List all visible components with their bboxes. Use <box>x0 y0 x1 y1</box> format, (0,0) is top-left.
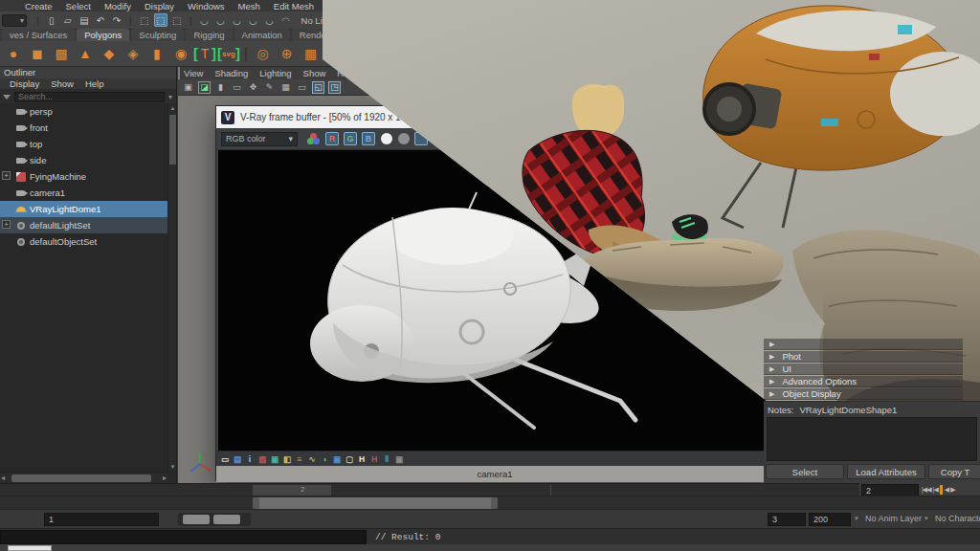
panel-menu-shading[interactable]: Shading <box>214 68 248 78</box>
resolution-gate-icon[interactable]: ◱ <box>312 81 324 94</box>
snap-curve-icon[interactable]: ◡ <box>214 13 228 27</box>
range-slider[interactable] <box>0 496 980 509</box>
shelf-tab-fx[interactable]: FX <box>351 29 378 41</box>
redo-icon[interactable]: ↷ <box>110 13 123 27</box>
outliner-menu-show[interactable]: Show <box>51 78 74 89</box>
attr-section-phot[interactable]: ▶Phot <box>764 351 963 363</box>
select-component-icon[interactable]: ⬚ <box>154 13 167 27</box>
toggle-button[interactable] <box>213 515 240 524</box>
shelf-tab-ves-surfaces[interactable]: ves / Surfaces <box>2 29 75 41</box>
undo-icon[interactable]: ↶ <box>94 13 107 27</box>
notes-text-area[interactable] <box>767 417 977 461</box>
menu-display[interactable]: Display <box>145 1 174 11</box>
outliner-item-front[interactable]: front <box>0 120 167 136</box>
poly-svg-icon[interactable]: svg <box>219 44 238 63</box>
compare-icon[interactable]: ‖ <box>382 453 391 464</box>
range-start-field[interactable]: 1 <box>44 513 159 526</box>
poly-text-icon[interactable]: T <box>195 44 214 63</box>
grid-icon[interactable]: ▦ <box>279 81 292 94</box>
caret-down-icon[interactable]: ▾ <box>924 515 928 522</box>
shelf-tab-rendering[interactable]: Rendering <box>292 29 349 41</box>
menu-mesh-display[interactable]: Mesh Display <box>387 1 441 11</box>
poly-cylinder-icon[interactable]: ▮ <box>147 44 167 63</box>
channel-b-button[interactable]: B <box>362 132 375 145</box>
file-save-icon[interactable]: ▤ <box>78 13 91 27</box>
two-d-pan-icon[interactable]: ✥ <box>247 81 259 94</box>
icc-icon[interactable]: ▢ <box>345 453 354 464</box>
scrollbar-thumb[interactable] <box>169 115 176 165</box>
character-set-dropdown[interactable]: No Character Se <box>935 514 980 523</box>
panel-menu-view[interactable]: View <box>184 68 203 78</box>
menu-windows[interactable]: Windows <box>188 1 225 11</box>
file-open-icon[interactable]: ▱ <box>61 13 75 27</box>
outliner-item-persp[interactable]: persp <box>0 103 167 120</box>
menu-create[interactable]: Create <box>25 1 53 11</box>
menu-edit-mesh[interactable]: Edit Mesh <box>274 1 314 11</box>
srgb-icon[interactable]: ▣ <box>332 453 342 464</box>
toggle-button[interactable] <box>183 515 210 524</box>
gate-mask-icon[interactable]: ◳ <box>328 81 341 94</box>
scroll-up-icon[interactable]: ▴ <box>168 103 177 113</box>
outliner-item-defaultobjectset[interactable]: defaultObjectSet <box>0 233 167 250</box>
attr-section-ui[interactable]: ▶UI <box>764 364 963 375</box>
poly-torus-icon[interactable]: ◉ <box>171 44 190 63</box>
copy-t-button[interactable]: Copy T <box>928 464 980 479</box>
menu-modify[interactable]: Modify <box>104 1 131 11</box>
attr-section-item[interactable]: ▶ <box>764 339 963 350</box>
poly-cube-textured-icon[interactable]: ▩ <box>52 44 71 63</box>
camera-select-icon[interactable]: ▣ <box>182 81 194 94</box>
alpha-channel-button[interactable] <box>381 133 392 144</box>
poly-prism-icon[interactable]: ◈ <box>123 44 143 63</box>
mono-channel-button[interactable] <box>398 133 410 144</box>
expand-toggle-icon[interactable]: + <box>2 171 11 180</box>
shelf-tab-polygons[interactable]: Polygons <box>77 29 129 41</box>
image-plane-icon[interactable]: ▭ <box>231 81 243 94</box>
outliner-horizontal-scrollbar[interactable]: ◂ ▸ <box>0 472 167 483</box>
exposure-icon[interactable]: ◑ <box>320 453 329 464</box>
anim-layer-dropdown[interactable]: No Anim Layer <box>865 514 922 523</box>
menu-select[interactable]: Select <box>66 1 91 11</box>
selection-mask-dropdown[interactable]: ▾ <box>2 14 27 27</box>
outliner-item-defaultlightset[interactable]: +defaultLightSet <box>0 217 167 233</box>
color-corrections-icon[interactable]: ▣ <box>270 453 279 464</box>
white-balance-icon[interactable]: ◧ <box>282 453 292 464</box>
scroll-left-icon[interactable]: ◂ <box>1 474 5 482</box>
channel-g-button[interactable]: G <box>344 132 357 145</box>
snap-projected-center-icon[interactable]: ◡ <box>247 13 260 27</box>
history-b-icon[interactable]: H <box>369 453 379 464</box>
shelf-tab-rigging[interactable]: Rigging <box>186 29 232 41</box>
outliner-item-side[interactable]: side <box>0 152 167 168</box>
poly-sphere-icon[interactable]: ● <box>4 44 23 63</box>
channel-r-button[interactable]: R <box>325 132 339 145</box>
snap-view-plane-icon[interactable]: ◡ <box>263 13 277 27</box>
save-all-channels-button[interactable] <box>414 132 428 145</box>
panel-menu-lighting[interactable]: Lighting <box>259 68 291 78</box>
stereo-icon[interactable]: ▣ <box>394 453 404 464</box>
quad-draw-icon[interactable]: ▦ <box>301 44 321 63</box>
snap-point-icon[interactable]: ◡ <box>231 13 244 27</box>
scrollbar-thumb[interactable] <box>11 474 151 482</box>
attr-section-advanced-options[interactable]: ▶Advanced Options <box>764 376 963 387</box>
menu-curves[interactable]: Curves <box>455 1 483 11</box>
levels-icon[interactable]: ≡ <box>295 453 304 464</box>
camera-attrs-icon[interactable]: ◪ <box>198 81 211 94</box>
outliner-search-input[interactable] <box>14 92 165 102</box>
scroll-down-icon[interactable]: ▾ <box>168 462 177 472</box>
outliner-item-fyingmachine[interactable]: +FyingMachine <box>0 168 167 185</box>
channel-colors-icon[interactable] <box>307 133 321 145</box>
greasepencil-icon[interactable]: ✎ <box>263 81 276 94</box>
range-slider-bar[interactable] <box>253 497 498 509</box>
shelf-tab-sculpting[interactable]: Sculpting <box>131 29 184 41</box>
poly-cube-icon[interactable]: ◼ <box>28 44 47 63</box>
step-back-frame-button[interactable]: |◀ <box>933 486 938 494</box>
make-live-icon[interactable]: ◠ <box>279 13 293 27</box>
play-backwards-button[interactable]: ◀ <box>945 486 948 494</box>
select-button[interactable]: Select <box>766 464 844 479</box>
vfb-title-bar[interactable]: V V-Ray frame buffer - [50% of 1920 x 10… <box>216 106 773 128</box>
outliner-item-camera1[interactable]: camera1 <box>0 185 167 201</box>
curves-icon[interactable]: ∿ <box>307 453 317 464</box>
time-slider[interactable]: 2 <box>0 483 859 496</box>
search-options-caret-icon[interactable]: ▾ <box>168 93 172 101</box>
time-slider-playhead[interactable] <box>253 485 331 496</box>
save-image-icon[interactable]: ▭ <box>220 453 230 464</box>
